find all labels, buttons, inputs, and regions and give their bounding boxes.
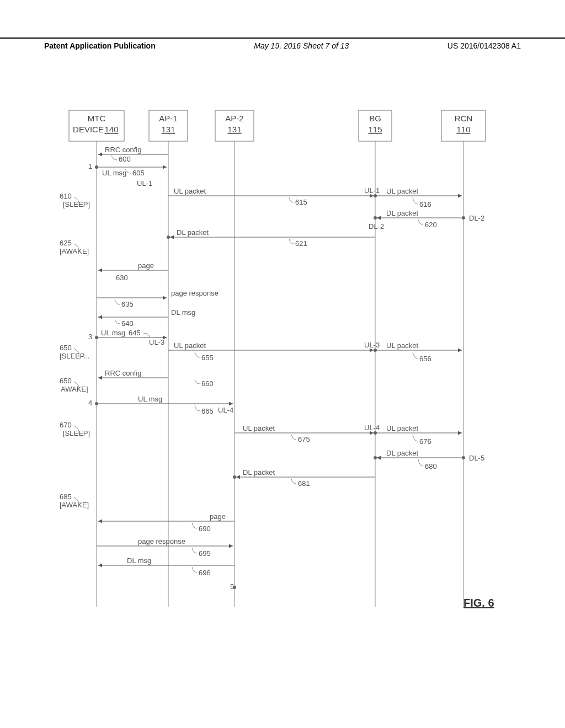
lbl-dlmsg640: DL msg bbox=[171, 308, 195, 317]
ap1-id: 131 bbox=[161, 125, 175, 134]
ref-635: 635 bbox=[121, 300, 134, 308]
ref-695: 695 bbox=[199, 549, 211, 558]
lbl-pageresp635: page response bbox=[171, 289, 218, 297]
state-awake-685: [AWAKE] bbox=[60, 501, 89, 509]
dot-dl5-ap2 bbox=[233, 475, 236, 479]
lbl-dl621: DL packet bbox=[177, 228, 209, 237]
ref-620: 620 bbox=[425, 221, 437, 229]
lbl-page690: page bbox=[210, 512, 226, 521]
state-sleep-610: [SLEEP] bbox=[63, 200, 90, 208]
refline-635 bbox=[115, 299, 120, 304]
lbl-ulmsg665: UL msg bbox=[138, 395, 162, 403]
dot-dl2-ap1 bbox=[167, 235, 170, 239]
ref-645: 645 bbox=[129, 329, 141, 337]
ref-650: 650 bbox=[60, 344, 72, 352]
flow-dl2b: DL-2 bbox=[369, 222, 384, 231]
refline-690 bbox=[192, 523, 197, 528]
mtc-line2: DEVICE bbox=[73, 125, 104, 134]
refline-656 bbox=[413, 352, 418, 358]
sequence-diagram: MTC DEVICE 140 AP-1 131 AP-2 131 BG 115 … bbox=[66, 110, 508, 634]
page: Patent Application Publication May 19, 2… bbox=[0, 0, 565, 728]
ap2-id: 131 bbox=[227, 125, 241, 134]
ref-685: 685 bbox=[60, 493, 72, 501]
refline-615 bbox=[289, 197, 294, 202]
lbl-page630: page bbox=[138, 261, 154, 270]
flow-dl2a: DL-2 bbox=[469, 214, 484, 222]
ref-625: 625 bbox=[60, 239, 72, 247]
ref-621: 621 bbox=[295, 239, 307, 248]
refline-621 bbox=[289, 239, 294, 244]
refline-665 bbox=[195, 405, 200, 411]
lbl-ul656: UL packet bbox=[386, 341, 418, 350]
lbl-ul616: UL packet bbox=[386, 187, 418, 195]
rcn-name: RCN bbox=[455, 114, 473, 123]
ap1-name: AP-1 bbox=[159, 114, 177, 123]
lbl-ulmsg-605: UL msg bbox=[102, 169, 126, 177]
mtc-id: 140 bbox=[104, 125, 118, 134]
dot-dl2-bg bbox=[374, 216, 377, 220]
refline-675 bbox=[291, 435, 296, 440]
figure-area: MTC DEVICE 140 AP-1 131 AP-2 131 BG 115 … bbox=[66, 110, 508, 607]
state-sleep-650: [SLEEP... bbox=[60, 352, 90, 360]
ref-690: 690 bbox=[199, 524, 211, 533]
header-right: US 2016/0142308 A1 bbox=[447, 41, 521, 50]
ref-640: 640 bbox=[121, 319, 134, 328]
lbl-rrc-config-1: RRC config bbox=[105, 146, 141, 154]
lbl-ulmsg645: UL msg bbox=[101, 329, 125, 337]
lbl-ul655: UL packet bbox=[174, 341, 206, 350]
lbl-ul675: UL packet bbox=[243, 424, 275, 432]
ref-681: 681 bbox=[298, 479, 310, 488]
bg-name: BG bbox=[369, 114, 381, 123]
lbl-dl681: DL packet bbox=[243, 468, 275, 477]
lbl-dlmsg696: DL msg bbox=[127, 556, 151, 565]
ref-665: 665 bbox=[201, 407, 214, 415]
mtc-line1: MTC bbox=[88, 114, 106, 123]
flow-ul3a: UL-3 bbox=[149, 338, 164, 346]
ref-675: 675 bbox=[298, 435, 310, 443]
figure-label: FIG. 6 bbox=[463, 597, 494, 609]
flow-ul4b: UL-4 bbox=[364, 424, 380, 432]
ref-656: 656 bbox=[419, 355, 431, 363]
lbl-ul676: UL packet bbox=[386, 424, 418, 432]
ref-610: 610 bbox=[60, 192, 72, 200]
flow-dl5: DL-5 bbox=[469, 454, 484, 462]
bg-id: 115 bbox=[368, 125, 382, 134]
refline-616 bbox=[413, 197, 418, 204]
state-awake-650b: AWAKE] bbox=[61, 385, 88, 393]
refline-695 bbox=[192, 548, 197, 553]
ref-676: 676 bbox=[419, 437, 431, 446]
tick-1: 1 bbox=[88, 162, 92, 170]
refline-681 bbox=[291, 479, 296, 484]
flow-ul1a: UL-1 bbox=[137, 179, 152, 188]
rcn-id: 110 bbox=[456, 125, 470, 134]
state-sleep-670: [SLEEP] bbox=[63, 429, 90, 437]
flow-ul3b: UL-3 bbox=[364, 341, 380, 349]
header-left: Patent Application Publication bbox=[44, 41, 156, 50]
refline-680 bbox=[418, 459, 423, 466]
lbl-rrc-660: RRC config bbox=[105, 369, 141, 377]
ref-680: 680 bbox=[425, 462, 437, 470]
header-bar: Patent Application Publication May 19, 2… bbox=[0, 38, 565, 50]
lbl-pageresp695: page response bbox=[138, 537, 185, 545]
lbl-ul615: UL packet bbox=[174, 187, 206, 195]
ref-600: 600 bbox=[119, 155, 131, 163]
ref-line-600 bbox=[111, 156, 117, 160]
ap2-name: AP-2 bbox=[225, 114, 243, 123]
lbl-dl620: DL packet bbox=[386, 209, 418, 217]
ref-696: 696 bbox=[199, 569, 211, 577]
ref-630: 630 bbox=[116, 274, 128, 282]
flow-ul1b: UL-1 bbox=[364, 186, 380, 195]
refline-620 bbox=[418, 220, 423, 224]
ref-655: 655 bbox=[201, 354, 214, 362]
tick-4: 4 bbox=[88, 399, 92, 407]
state-awake-625: [AWAKE] bbox=[60, 247, 89, 255]
ref-660: 660 bbox=[201, 379, 214, 388]
ref-615: 615 bbox=[295, 198, 307, 206]
flow-ul4a: UL-4 bbox=[218, 406, 233, 414]
refline-676 bbox=[413, 435, 418, 441]
ref-616: 616 bbox=[419, 200, 431, 208]
lbl-dl680: DL packet bbox=[386, 449, 418, 457]
dot-tick5 bbox=[233, 586, 236, 589]
refline-655 bbox=[195, 352, 200, 357]
refline-696 bbox=[192, 567, 197, 572]
